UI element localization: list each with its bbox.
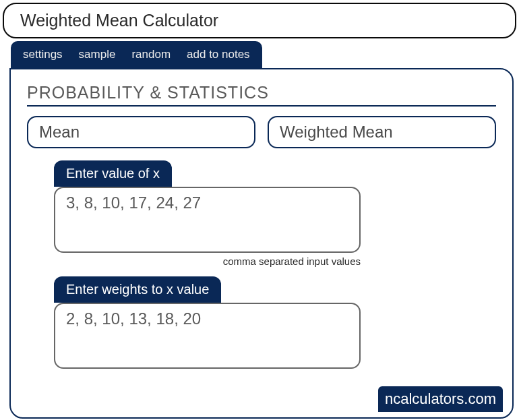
main-panel: PROBABILITY & STATISTICS Mean Weighted M… <box>9 68 514 419</box>
section-heading: PROBABILITY & STATISTICS <box>27 83 496 107</box>
x-hint: comma separated input values <box>54 256 361 267</box>
x-input[interactable] <box>54 187 361 253</box>
x-label: Enter value of x <box>54 160 172 187</box>
toolbar-random[interactable]: random <box>131 48 171 61</box>
input-group-x: Enter value of x comma separated input v… <box>54 160 496 267</box>
weights-input[interactable] <box>54 303 361 369</box>
page-title: Weighted Mean Calculator <box>20 11 499 30</box>
toolbar-settings[interactable]: settings <box>23 48 63 61</box>
brand-tag: ncalculators.com <box>378 386 503 412</box>
weights-label: Enter weights to x value <box>54 276 221 303</box>
toolbar-add-to-notes[interactable]: add to notes <box>187 48 250 61</box>
input-group-weights: Enter weights to x value <box>54 276 496 369</box>
toolbar: settings sample random add to notes <box>11 41 262 68</box>
tab-mean[interactable]: Mean <box>27 116 255 148</box>
tab-weighted-mean[interactable]: Weighted Mean <box>268 116 496 148</box>
title-bar: Weighted Mean Calculator <box>3 3 516 38</box>
tab-row: Mean Weighted Mean <box>27 116 496 148</box>
toolbar-sample[interactable]: sample <box>79 48 116 61</box>
